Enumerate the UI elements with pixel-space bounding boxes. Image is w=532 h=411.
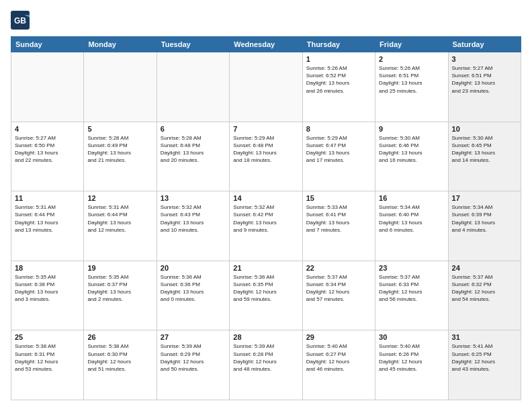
week-row-4: 18Sunrise: 5:35 AM Sunset: 6:38 PM Dayli… xyxy=(11,261,521,330)
day-number: 11 xyxy=(15,194,80,202)
day-header-tuesday: Tuesday xyxy=(157,37,229,52)
day-header-monday: Monday xyxy=(84,37,157,52)
calendar-cell: 28Sunrise: 5:39 AM Sunset: 6:28 PM Dayli… xyxy=(230,330,302,400)
day-header-thursday: Thursday xyxy=(302,37,375,52)
day-header-sunday: Sunday xyxy=(11,37,84,52)
calendar-cell: 31Sunrise: 5:41 AM Sunset: 6:25 PM Dayli… xyxy=(448,330,521,400)
day-info: Sunrise: 5:37 AM Sunset: 6:34 PM Dayligh… xyxy=(306,273,371,304)
day-number: 3 xyxy=(452,55,517,63)
calendar-cell: 17Sunrise: 5:34 AM Sunset: 6:39 PM Dayli… xyxy=(448,191,521,261)
week-row-1: 1Sunrise: 5:26 AM Sunset: 6:52 PM Daylig… xyxy=(11,52,521,122)
day-info: Sunrise: 5:33 AM Sunset: 6:41 PM Dayligh… xyxy=(306,203,371,234)
day-number: 19 xyxy=(87,264,152,272)
calendar-cell: 9Sunrise: 5:30 AM Sunset: 6:46 PM Daylig… xyxy=(375,122,448,191)
day-header-friday: Friday xyxy=(375,37,448,52)
header: GB xyxy=(11,11,521,30)
calendar-cell: 18Sunrise: 5:35 AM Sunset: 6:38 PM Dayli… xyxy=(11,261,84,330)
header-row: SundayMondayTuesdayWednesdayThursdayFrid… xyxy=(11,37,521,52)
day-number: 25 xyxy=(15,333,80,341)
calendar-cell: 19Sunrise: 5:35 AM Sunset: 6:37 PM Dayli… xyxy=(84,261,157,330)
day-number: 6 xyxy=(161,125,226,133)
day-number: 29 xyxy=(306,333,371,341)
day-number: 4 xyxy=(15,125,80,133)
day-info: Sunrise: 5:35 AM Sunset: 6:38 PM Dayligh… xyxy=(15,273,80,304)
calendar-cell: 16Sunrise: 5:34 AM Sunset: 6:40 PM Dayli… xyxy=(375,191,448,261)
day-info: Sunrise: 5:30 AM Sunset: 6:46 PM Dayligh… xyxy=(379,134,444,165)
calendar-cell: 22Sunrise: 5:37 AM Sunset: 6:34 PM Dayli… xyxy=(302,261,375,330)
day-number: 30 xyxy=(379,333,444,341)
week-row-2: 4Sunrise: 5:27 AM Sunset: 6:50 PM Daylig… xyxy=(11,122,521,191)
calendar-cell: 5Sunrise: 5:28 AM Sunset: 6:49 PM Daylig… xyxy=(84,122,157,191)
calendar-cell: 25Sunrise: 5:38 AM Sunset: 6:31 PM Dayli… xyxy=(11,330,84,400)
calendar-cell xyxy=(11,52,84,122)
day-info: Sunrise: 5:35 AM Sunset: 6:37 PM Dayligh… xyxy=(87,273,152,304)
calendar-cell: 23Sunrise: 5:37 AM Sunset: 6:33 PM Dayli… xyxy=(375,261,448,330)
day-number: 27 xyxy=(161,333,226,341)
calendar-cell xyxy=(157,52,229,122)
day-info: Sunrise: 5:31 AM Sunset: 6:44 PM Dayligh… xyxy=(87,203,152,234)
calendar-cell xyxy=(230,52,302,122)
day-info: Sunrise: 5:36 AM Sunset: 6:35 PM Dayligh… xyxy=(233,273,298,304)
day-number: 17 xyxy=(452,194,517,202)
calendar-cell: 20Sunrise: 5:36 AM Sunset: 6:36 PM Dayli… xyxy=(157,261,229,330)
day-header-saturday: Saturday xyxy=(448,37,521,52)
calendar-cell: 15Sunrise: 5:33 AM Sunset: 6:41 PM Dayli… xyxy=(302,191,375,261)
day-number: 26 xyxy=(87,333,152,341)
day-number: 23 xyxy=(379,264,444,272)
day-number: 1 xyxy=(306,55,371,63)
logo: GB xyxy=(11,11,32,30)
day-header-wednesday: Wednesday xyxy=(230,37,302,52)
day-info: Sunrise: 5:32 AM Sunset: 6:43 PM Dayligh… xyxy=(161,203,226,234)
calendar-cell: 4Sunrise: 5:27 AM Sunset: 6:50 PM Daylig… xyxy=(11,122,84,191)
day-number: 14 xyxy=(233,194,298,202)
logo-icon: GB xyxy=(11,11,30,30)
day-number: 13 xyxy=(161,194,226,202)
calendar-cell: 1Sunrise: 5:26 AM Sunset: 6:52 PM Daylig… xyxy=(302,52,375,122)
calendar-cell: 26Sunrise: 5:38 AM Sunset: 6:30 PM Dayli… xyxy=(84,330,157,400)
day-number: 9 xyxy=(379,125,444,133)
calendar-cell: 24Sunrise: 5:37 AM Sunset: 6:32 PM Dayli… xyxy=(448,261,521,330)
calendar-cell: 6Sunrise: 5:28 AM Sunset: 6:48 PM Daylig… xyxy=(157,122,229,191)
day-info: Sunrise: 5:29 AM Sunset: 6:48 PM Dayligh… xyxy=(233,134,298,165)
day-info: Sunrise: 5:28 AM Sunset: 6:48 PM Dayligh… xyxy=(161,134,226,165)
calendar-cell: 30Sunrise: 5:40 AM Sunset: 6:26 PM Dayli… xyxy=(375,330,448,400)
day-info: Sunrise: 5:41 AM Sunset: 6:25 PM Dayligh… xyxy=(452,342,517,373)
week-row-5: 25Sunrise: 5:38 AM Sunset: 6:31 PM Dayli… xyxy=(11,330,521,400)
calendar-cell: 12Sunrise: 5:31 AM Sunset: 6:44 PM Dayli… xyxy=(84,191,157,261)
day-info: Sunrise: 5:39 AM Sunset: 6:29 PM Dayligh… xyxy=(161,342,226,373)
day-number: 21 xyxy=(233,264,298,272)
svg-text:GB: GB xyxy=(14,16,26,26)
day-info: Sunrise: 5:26 AM Sunset: 6:51 PM Dayligh… xyxy=(379,64,444,95)
calendar-cell: 21Sunrise: 5:36 AM Sunset: 6:35 PM Dayli… xyxy=(230,261,302,330)
calendar-cell: 2Sunrise: 5:26 AM Sunset: 6:51 PM Daylig… xyxy=(375,52,448,122)
day-info: Sunrise: 5:34 AM Sunset: 6:40 PM Dayligh… xyxy=(379,203,444,234)
calendar-cell: 10Sunrise: 5:30 AM Sunset: 6:45 PM Dayli… xyxy=(448,122,521,191)
day-info: Sunrise: 5:39 AM Sunset: 6:28 PM Dayligh… xyxy=(233,342,298,373)
day-info: Sunrise: 5:40 AM Sunset: 6:27 PM Dayligh… xyxy=(306,342,371,373)
day-number: 12 xyxy=(87,194,152,202)
day-number: 31 xyxy=(452,333,517,341)
day-info: Sunrise: 5:37 AM Sunset: 6:33 PM Dayligh… xyxy=(379,273,444,304)
day-number: 18 xyxy=(15,264,80,272)
day-info: Sunrise: 5:38 AM Sunset: 6:31 PM Dayligh… xyxy=(15,342,80,373)
calendar-cell xyxy=(84,52,157,122)
day-info: Sunrise: 5:38 AM Sunset: 6:30 PM Dayligh… xyxy=(87,342,152,373)
day-info: Sunrise: 5:28 AM Sunset: 6:49 PM Dayligh… xyxy=(87,134,152,165)
day-info: Sunrise: 5:37 AM Sunset: 6:32 PM Dayligh… xyxy=(452,273,517,304)
day-info: Sunrise: 5:32 AM Sunset: 6:42 PM Dayligh… xyxy=(233,203,298,234)
page: GB SundayMondayTuesdayWednesdayThursdayF… xyxy=(0,0,532,411)
day-number: 5 xyxy=(87,125,152,133)
day-info: Sunrise: 5:34 AM Sunset: 6:39 PM Dayligh… xyxy=(452,203,517,234)
day-number: 10 xyxy=(452,125,517,133)
week-row-3: 11Sunrise: 5:31 AM Sunset: 6:44 PM Dayli… xyxy=(11,191,521,261)
calendar-cell: 14Sunrise: 5:32 AM Sunset: 6:42 PM Dayli… xyxy=(230,191,302,261)
day-number: 24 xyxy=(452,264,517,272)
day-info: Sunrise: 5:27 AM Sunset: 6:50 PM Dayligh… xyxy=(15,134,80,165)
day-number: 8 xyxy=(306,125,371,133)
calendar-cell: 8Sunrise: 5:29 AM Sunset: 6:47 PM Daylig… xyxy=(302,122,375,191)
day-number: 20 xyxy=(161,264,226,272)
day-info: Sunrise: 5:31 AM Sunset: 6:44 PM Dayligh… xyxy=(15,203,80,234)
day-info: Sunrise: 5:27 AM Sunset: 6:51 PM Dayligh… xyxy=(452,64,517,95)
day-info: Sunrise: 5:36 AM Sunset: 6:36 PM Dayligh… xyxy=(161,273,226,304)
calendar-cell: 13Sunrise: 5:32 AM Sunset: 6:43 PM Dayli… xyxy=(157,191,229,261)
